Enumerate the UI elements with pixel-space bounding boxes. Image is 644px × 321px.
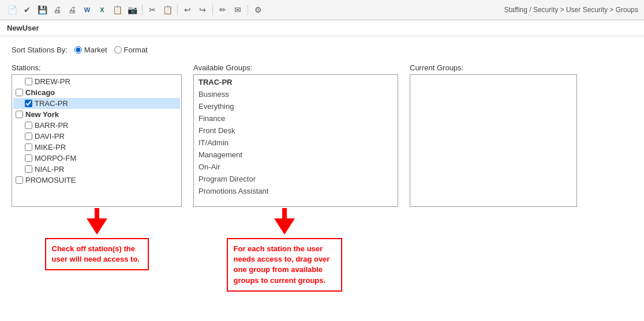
list-item[interactable]: MIKE-PR xyxy=(13,142,180,153)
breadcrumb: Staffing / Security > User Security > Gr… xyxy=(504,6,638,14)
stations-annotation-block: Check off station(s) the user will need … xyxy=(12,208,182,292)
new-york-market[interactable]: New York xyxy=(13,109,180,120)
drew-pr-checkbox[interactable] xyxy=(25,78,32,85)
word-icon[interactable]: W xyxy=(81,3,93,16)
toolbar-icons: 📄 ✔ 💾 🖨 🖨 W X 📋 📷 ✂ 📋 ↩ ↪ ✏ ✉ ⚙ xyxy=(6,3,264,16)
list-item[interactable]: IT/Admin xyxy=(195,137,396,149)
new-york-checkbox[interactable] xyxy=(16,111,23,118)
sort-market-radio[interactable] xyxy=(74,46,82,54)
list-item[interactable]: Management xyxy=(195,149,396,161)
undo-icon[interactable]: ↩ xyxy=(181,3,194,16)
drew-pr-label: DREW-PR xyxy=(35,77,70,86)
barr-pr-label: BARR-PR xyxy=(35,121,69,130)
excel-icon[interactable]: X xyxy=(96,3,108,16)
new-icon[interactable]: 📄 xyxy=(6,3,18,16)
list-item[interactable]: NIAL-PR xyxy=(13,164,180,175)
stations-listbox[interactable]: DREW-PR Chicago TRAC-PR New York xyxy=(12,74,182,207)
sort-format-text: Format xyxy=(124,46,148,54)
list-item[interactable]: Front Desk xyxy=(195,124,396,137)
morpo-fm-checkbox[interactable] xyxy=(25,154,32,162)
stations-annotation-text: Check off station(s) the user will need … xyxy=(52,244,140,263)
barr-pr-checkbox[interactable] xyxy=(25,122,32,129)
chicago-market[interactable]: Chicago xyxy=(13,87,180,98)
trac-pr-label: TRAC-PR xyxy=(35,99,68,108)
stations-arrow-shaft xyxy=(95,208,99,218)
sort-label: Sort Stations By: xyxy=(12,46,68,54)
check-icon[interactable]: ✔ xyxy=(21,3,33,16)
groups-annotation-text: For each station the user needs access t… xyxy=(234,244,330,285)
chicago-label: Chicago xyxy=(25,88,55,97)
redo-icon[interactable]: ↪ xyxy=(196,3,209,16)
groups-arrow-shaft xyxy=(282,208,287,218)
edit-icon[interactable]: ✏ xyxy=(216,3,229,16)
list-item[interactable]: DREW-PR xyxy=(13,76,180,87)
subheader: NewUser xyxy=(0,20,644,36)
cut-icon[interactable]: ✂ xyxy=(146,3,159,16)
copy-icon[interactable]: 📋 xyxy=(161,3,174,16)
email-icon[interactable]: ✉ xyxy=(231,3,244,16)
separator-3 xyxy=(212,5,213,15)
list-item[interactable]: Promotions Assistant xyxy=(195,185,396,197)
davi-pr-label: DAVI-PR xyxy=(35,132,65,141)
separator-2 xyxy=(177,5,178,15)
print-preview-icon[interactable]: 🖨 xyxy=(66,3,78,16)
sort-format-label[interactable]: Format xyxy=(114,46,148,54)
list-item[interactable]: BARR-PR xyxy=(13,120,180,131)
print-icon[interactable]: 🖨 xyxy=(51,3,63,16)
mike-pr-label: MIKE-PR xyxy=(35,143,66,152)
doc-icon[interactable]: 📋 xyxy=(111,3,123,16)
save-icon[interactable]: 💾 xyxy=(36,3,48,16)
stations-column: Stations: DREW-PR Chicago TRAC-PR xyxy=(12,63,182,207)
list-item[interactable]: PROMOSUITE xyxy=(13,175,180,186)
list-item[interactable]: MORPO-FM xyxy=(13,153,180,164)
sort-stations-row: Sort Stations By: Market Format xyxy=(12,46,632,54)
camera-icon[interactable]: 📷 xyxy=(126,3,138,16)
groups-annotation-block: For each station the user needs access t… xyxy=(182,208,387,292)
group-header: TRAC-PR xyxy=(195,76,396,88)
list-item[interactable]: TRAC-PR xyxy=(13,98,180,109)
nial-pr-label: NIAL-PR xyxy=(35,165,64,173)
list-item[interactable]: Business xyxy=(195,88,396,100)
separator-1 xyxy=(142,5,143,15)
stations-label: Stations: xyxy=(12,63,182,72)
sort-market-text: Market xyxy=(84,46,107,54)
stations-annotation-box: Check off station(s) the user will need … xyxy=(45,238,149,270)
separator-4 xyxy=(248,5,248,15)
available-groups-listbox[interactable]: TRAC-PR Business Everything Finance Fron… xyxy=(193,74,398,207)
sort-market-label[interactable]: Market xyxy=(74,46,107,54)
stations-arrow xyxy=(87,208,107,235)
groups-arrow-head xyxy=(274,218,295,235)
list-item[interactable]: Everything xyxy=(195,100,396,112)
list-item[interactable]: Program Director xyxy=(195,173,396,185)
stations-arrow-head xyxy=(87,218,107,235)
current-groups-column: Current Groups: xyxy=(410,63,577,207)
davi-pr-checkbox[interactable] xyxy=(25,133,32,140)
groups-arrow xyxy=(274,208,295,235)
current-groups-label: Current Groups: xyxy=(410,63,577,72)
new-york-label: New York xyxy=(25,110,59,119)
list-item[interactable]: On-Air xyxy=(195,161,396,173)
toolbar: 📄 ✔ 💾 🖨 🖨 W X 📋 📷 ✂ 📋 ↩ ↪ ✏ ✉ ⚙ S xyxy=(0,0,644,20)
settings-icon[interactable]: ⚙ xyxy=(252,3,264,16)
available-groups-column: Available Groups: TRAC-PR Business Every… xyxy=(193,63,398,207)
groups-annotation-box: For each station the user needs access t… xyxy=(227,238,342,292)
list-item[interactable]: Finance xyxy=(195,112,396,124)
available-groups-label: Available Groups: xyxy=(193,63,398,72)
morpo-fm-label: MORPO-FM xyxy=(35,154,76,163)
main-content: Sort Stations By: Market Format Stations… xyxy=(0,36,644,301)
promosuite-label: PROMOSUITE xyxy=(25,176,76,184)
mike-pr-checkbox[interactable] xyxy=(25,143,32,151)
list-item[interactable]: DAVI-PR xyxy=(13,131,180,142)
trac-pr-checkbox[interactable] xyxy=(25,100,32,107)
nial-pr-checkbox[interactable] xyxy=(25,165,32,173)
sort-format-radio[interactable] xyxy=(114,46,122,54)
current-groups-listbox[interactable] xyxy=(410,74,577,207)
columns-container: Stations: DREW-PR Chicago TRAC-PR xyxy=(12,63,632,207)
chicago-checkbox[interactable] xyxy=(16,89,23,96)
current-user-label: NewUser xyxy=(7,24,39,32)
promosuite-checkbox[interactable] xyxy=(16,176,23,184)
